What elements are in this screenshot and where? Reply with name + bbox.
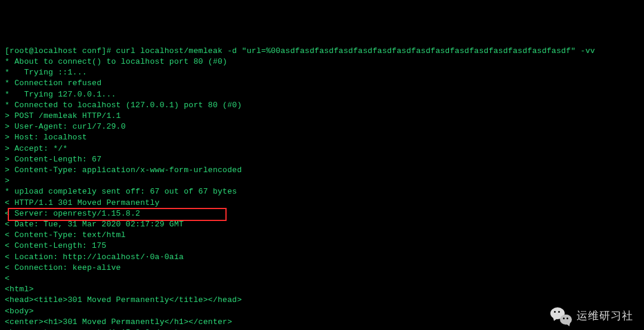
wechat-icon xyxy=(550,307,571,324)
terminal-line: > User-Agent: curl/7.29.0 xyxy=(5,122,639,132)
terminal-line: < Date: Tue, 31 Mar 2020 02:17:29 GMT xyxy=(5,219,639,230)
terminal-line: > Content-Type: application/x-www-form-u… xyxy=(5,165,639,176)
terminal-line: * Trying ::1... xyxy=(5,67,639,78)
watermark: 运维研习社 xyxy=(550,307,633,324)
terminal-line: * Connected to localhost (127.0.0.1) por… xyxy=(5,100,639,111)
terminal-line: < Connection: keep-alive xyxy=(5,263,639,273)
terminal-line: < HTTP/1.1 301 Moved Permanently xyxy=(5,198,639,208)
terminal-line: * About to connect() to localhost port 8… xyxy=(5,57,639,67)
terminal-line: > xyxy=(5,176,639,186)
terminal-line: > Host: localhost xyxy=(5,132,639,143)
terminal-output[interactable]: [root@localhost conf]# curl localhost/me… xyxy=(5,46,639,330)
terminal-line: <html> xyxy=(5,284,639,295)
terminal-line: <center><h1>301 Moved Permanently</h1></… xyxy=(5,317,639,328)
terminal-line: < Content-Length: 175 xyxy=(5,241,639,251)
terminal-line: > Accept: */* xyxy=(5,144,639,154)
terminal-line: < Server: openresty/1.15.8.2 xyxy=(5,208,639,219)
terminal-line: * upload completely sent off: 67 out of … xyxy=(5,186,639,197)
terminal-line: * Trying 127.0.0.1... xyxy=(5,89,639,100)
terminal-line: > POST /memleak HTTP/1.1 xyxy=(5,111,639,122)
terminal-line: <body> xyxy=(5,306,639,317)
terminal-line: > Content-Length: 67 xyxy=(5,154,639,165)
terminal-line: <head><title>301 Moved Permanently</titl… xyxy=(5,295,639,306)
terminal-line: < xyxy=(5,273,639,284)
terminal-line: <hr><center>openresty/1.15.8.2</center> xyxy=(5,328,639,330)
terminal-line: [root@localhost conf]# curl localhost/me… xyxy=(5,46,639,57)
terminal-line: < Location: http://localhost/·0a·0aía xyxy=(5,252,639,263)
terminal-line: < Content-Type: text/html xyxy=(5,230,639,241)
terminal-line: * Connection refused xyxy=(5,78,639,89)
watermark-text: 运维研习社 xyxy=(577,310,633,321)
